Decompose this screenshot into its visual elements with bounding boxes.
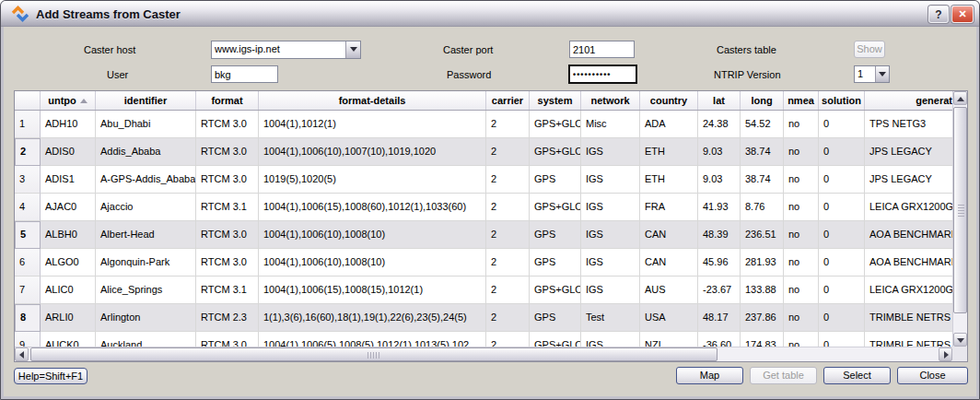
cell-country[interactable]: AUS: [640, 276, 698, 304]
table-row[interactable]: 7ALIC0Alice_SpringsRTCM 3.11004(1),1006(…: [15, 276, 952, 304]
column-header-generator[interactable]: generator: [865, 91, 952, 110]
cell-format-details[interactable]: 1004(1),1006(10),1007(10),1019,1020: [259, 138, 486, 166]
row-number[interactable]: 1: [15, 111, 41, 138]
cell-system[interactable]: GPS: [530, 249, 581, 276]
ntrip-version-combobox[interactable]: 1: [854, 65, 890, 83]
title-bar[interactable]: Add Streams from Caster ? ✕: [1, 1, 979, 27]
column-header-system[interactable]: system: [530, 91, 581, 110]
table-corner-cell[interactable]: [15, 91, 41, 110]
cell-nmea[interactable]: no: [784, 304, 819, 332]
cell-format[interactable]: RTCM 3.1: [196, 194, 259, 221]
row-number[interactable]: 9: [15, 332, 41, 347]
cell-lat[interactable]: 9.03: [698, 138, 741, 166]
column-header-country[interactable]: country: [640, 91, 698, 110]
cell-solution[interactable]: 0: [819, 194, 865, 221]
scroll-down-button[interactable]: [953, 333, 967, 347]
column-header-format-details[interactable]: format-details: [259, 91, 486, 110]
cell-carrier[interactable]: 2: [486, 111, 530, 138]
cell-lat[interactable]: 24.38: [698, 111, 741, 138]
cell-format[interactable]: RTCM 3.1: [196, 276, 259, 304]
cell-format[interactable]: RTCM 2.3: [196, 304, 259, 332]
cell-generator[interactable]: TRIMBLE NETRS: [865, 304, 952, 332]
select-button[interactable]: Select: [823, 367, 891, 384]
cell-long[interactable]: 237.86: [741, 304, 784, 332]
cell-solution[interactable]: 0: [819, 304, 865, 332]
cell-nmea[interactable]: no: [784, 111, 819, 138]
cell-long[interactable]: 54.52: [741, 111, 784, 138]
cell-network[interactable]: Test: [581, 304, 640, 332]
row-number[interactable]: 5: [15, 221, 41, 249]
cell-system[interactable]: GPS+GLO: [530, 111, 581, 138]
cell-generator[interactable]: JPS LEGACY: [865, 166, 952, 194]
cell-country[interactable]: CAN: [640, 221, 698, 249]
cell-carrier[interactable]: 2: [486, 276, 530, 304]
cell-lat[interactable]: -36.60: [698, 332, 741, 347]
cell-untpo[interactable]: ALBH0: [41, 221, 96, 249]
vertical-scrollbar[interactable]: [952, 91, 967, 347]
show-button[interactable]: Show: [854, 41, 885, 58]
cell-network[interactable]: IGS: [581, 221, 640, 249]
cell-format-details[interactable]: 1004(1),1006(15),1008(60),1012(1),1033(6…: [259, 194, 486, 221]
column-header-identifier[interactable]: identifier: [96, 91, 196, 110]
cell-untpo[interactable]: ARLI0: [41, 304, 96, 332]
cell-format-details[interactable]: 1(1),3(6),16(60),18(1),19(1),22(6),23(5)…: [259, 304, 486, 332]
cell-carrier[interactable]: 2: [486, 221, 530, 249]
cell-network[interactable]: IGS: [581, 138, 640, 166]
table-row[interactable]: 8ARLI0ArlingtonRTCM 2.31(1),3(6),16(60),…: [15, 304, 952, 332]
cell-system[interactable]: GPS+GLO: [530, 332, 581, 347]
password-input[interactable]: [568, 65, 637, 84]
column-header-network[interactable]: network: [581, 91, 640, 110]
table-row[interactable]: 3ADIS1A-GPS-Addis_AbabaRTCM 3.01019(5),1…: [15, 166, 952, 194]
user-input[interactable]: [211, 65, 278, 83]
cell-format-details[interactable]: 1004(1),1006(5),1008(5),1012(1),1013(5),…: [259, 332, 486, 347]
cell-system[interactable]: GPS: [530, 304, 581, 332]
cell-long[interactable]: 236.51: [741, 221, 784, 249]
table-row[interactable]: 2ADIS0Addis_AbabaRTCM 3.01004(1),1006(10…: [15, 138, 952, 166]
cell-solution[interactable]: 0: [819, 166, 865, 194]
row-number[interactable]: 8: [15, 304, 41, 332]
cell-country[interactable]: NZL: [640, 332, 698, 347]
cell-lat[interactable]: 45.96: [698, 249, 741, 276]
cell-generator[interactable]: TPS NETG3: [865, 111, 952, 138]
cell-solution[interactable]: 0: [819, 249, 865, 276]
cell-nmea[interactable]: no: [784, 332, 819, 347]
cell-long[interactable]: 38.74: [741, 166, 784, 194]
cell-generator[interactable]: AOA BENCHMARK: [865, 249, 952, 276]
column-header-carrier[interactable]: carrier: [486, 91, 530, 110]
cell-country[interactable]: ETH: [640, 138, 698, 166]
cell-generator[interactable]: TRIMBLE NETRS: [865, 332, 952, 347]
cell-carrier[interactable]: 2: [486, 304, 530, 332]
cell-format[interactable]: RTCM 3.0: [196, 166, 259, 194]
cell-format[interactable]: RTCM 3.0: [196, 249, 259, 276]
cell-lat[interactable]: 9.03: [698, 166, 741, 194]
table-row[interactable]: 6ALGO0Algonquin-ParkRTCM 3.01004(1),1006…: [15, 249, 952, 276]
help-shortcut-button[interactable]: Help=Shift+F1: [14, 368, 88, 384]
cell-system[interactable]: GPS+GLO: [530, 194, 581, 221]
cell-network[interactable]: Misc: [581, 111, 640, 138]
table-row[interactable]: 4AJAC0AjaccioRTCM 3.11004(1),1006(15),10…: [15, 194, 952, 221]
cell-identifier[interactable]: Auckland: [96, 332, 196, 347]
horizontal-scrollbar[interactable]: [15, 347, 952, 361]
titlebar-help-button[interactable]: ?: [928, 6, 949, 23]
column-header-solution[interactable]: solution: [819, 91, 865, 110]
titlebar-close-button[interactable]: ✕: [951, 6, 974, 23]
cell-identifier[interactable]: Addis_Ababa: [96, 138, 196, 166]
cell-network[interactable]: IGS: [581, 194, 640, 221]
cell-long[interactable]: 8.76: [741, 194, 784, 221]
cell-generator[interactable]: AOA BENCHMARK: [865, 221, 952, 249]
cell-nmea[interactable]: no: [784, 194, 819, 221]
cell-lat[interactable]: 48.17: [698, 304, 741, 332]
cell-untpo[interactable]: AUCK0: [41, 332, 96, 347]
scroll-up-button[interactable]: [953, 91, 967, 105]
cell-generator[interactable]: JPS LEGACY: [865, 138, 952, 166]
cell-untpo[interactable]: ADH10: [41, 111, 96, 138]
cell-system[interactable]: GPS+GLO: [530, 138, 581, 166]
cell-solution[interactable]: 0: [819, 221, 865, 249]
cell-nmea[interactable]: no: [784, 221, 819, 249]
cell-lat[interactable]: 41.93: [698, 194, 741, 221]
cell-solution[interactable]: 0: [819, 332, 865, 347]
close-button[interactable]: Close: [897, 367, 968, 384]
cell-format-details[interactable]: 1004(1),1006(15),1008(15),1012(1): [259, 276, 486, 304]
row-number[interactable]: 6: [15, 249, 41, 276]
row-number[interactable]: 3: [15, 166, 41, 194]
